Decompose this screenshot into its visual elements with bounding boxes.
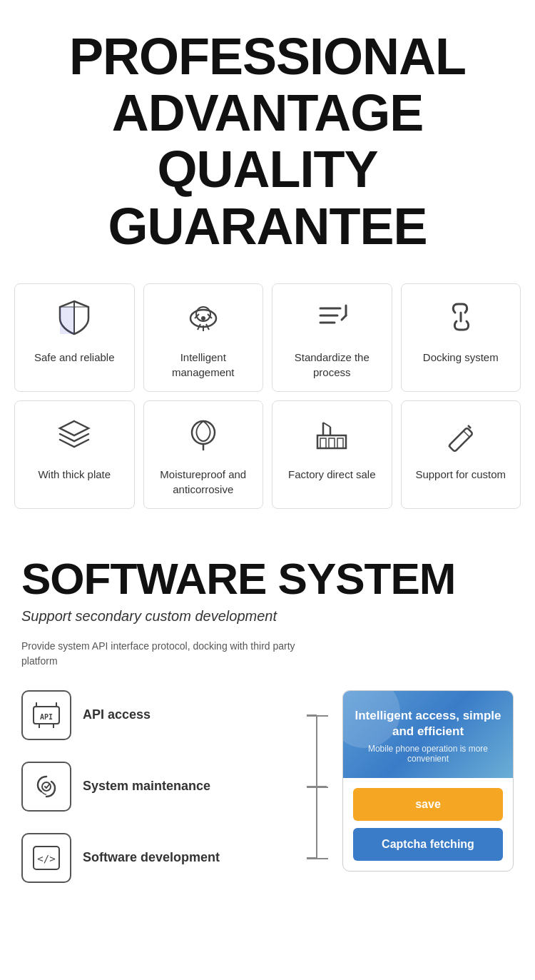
save-button[interactable]: save bbox=[353, 788, 503, 821]
maintenance-item: System maintenance bbox=[21, 762, 307, 812]
shield-icon bbox=[56, 298, 93, 341]
svg-rect-0 bbox=[60, 307, 74, 334]
software-subtitle: Support secondary custom development bbox=[21, 608, 514, 625]
feature-row-2: With thick plate Moistureproof and antic… bbox=[14, 400, 521, 509]
software-desc: Provide system API interface protocol, d… bbox=[21, 639, 307, 669]
panel-header: Intelligent access, simple and efficient… bbox=[343, 691, 513, 778]
feature-thick-plate-label: With thick plate bbox=[38, 467, 111, 482]
svg-rect-24 bbox=[449, 428, 473, 452]
software-content: API API access bbox=[21, 690, 514, 883]
leaf-icon bbox=[185, 415, 222, 458]
captcha-button[interactable]: Captcha fetching bbox=[353, 828, 503, 861]
feature-standardize-label: Standardize the process bbox=[280, 350, 384, 380]
feature-intelligent-label: Intelligent management bbox=[151, 350, 256, 380]
feature-factory-label: Factory direct sale bbox=[288, 467, 376, 482]
maintenance-label: System maintenance bbox=[83, 778, 210, 794]
header-section: PROFESSIONAL ADVANTAGE QUALITY GUARANTEE bbox=[0, 0, 535, 276]
svg-rect-19 bbox=[329, 438, 335, 448]
feature-support-custom-label: Support for custom bbox=[415, 467, 506, 482]
right-panel: Intelligent access, simple and efficient… bbox=[342, 690, 514, 872]
main-title: PROFESSIONAL ADVANTAGE QUALITY GUARANTEE bbox=[14, 29, 521, 255]
panel-header-title: Intelligent access, simple and efficient bbox=[355, 708, 501, 739]
feature-support-custom: Support for custom bbox=[401, 400, 521, 509]
svg-rect-17 bbox=[317, 435, 346, 448]
svg-text:API: API bbox=[40, 713, 53, 721]
layers-icon bbox=[56, 415, 93, 458]
panel-header-sub: Mobile phone operation is more convenien… bbox=[355, 744, 501, 764]
software-title: SOFTWARE SYSTEM bbox=[21, 553, 514, 604]
maintenance-icon bbox=[21, 762, 71, 812]
feature-docking-label: Docking system bbox=[423, 350, 499, 365]
task-icon bbox=[313, 298, 350, 341]
api-item: API API access bbox=[21, 690, 307, 740]
feature-moistureproof-label: Moistureproof and anticorrosive bbox=[151, 467, 256, 497]
feature-section: Safe and reliable Intelligent management bbox=[0, 276, 535, 532]
api-icon: API bbox=[21, 690, 71, 740]
link-icon bbox=[442, 298, 479, 341]
svg-rect-20 bbox=[337, 438, 343, 448]
svg-text:</>: </> bbox=[37, 853, 55, 864]
dev-item: </> Software development bbox=[21, 833, 307, 883]
svg-rect-18 bbox=[320, 438, 326, 448]
api-label: API access bbox=[83, 707, 151, 723]
pencil-icon bbox=[442, 415, 479, 458]
code-icon: </> bbox=[21, 833, 71, 883]
svg-point-5 bbox=[201, 316, 205, 320]
software-section: SOFTWARE SYSTEM Support secondary custom… bbox=[0, 532, 535, 897]
feature-safe-reliable: Safe and reliable bbox=[14, 283, 135, 392]
svg-line-25 bbox=[464, 431, 469, 437]
feature-row-1: Safe and reliable Intelligent management bbox=[14, 283, 521, 392]
feature-docking: Docking system bbox=[401, 283, 521, 392]
factory-icon bbox=[313, 415, 350, 458]
feature-safe-reliable-label: Safe and reliable bbox=[34, 350, 115, 365]
feature-thick-plate: With thick plate bbox=[14, 400, 135, 509]
feature-intelligent-mgmt: Intelligent management bbox=[143, 283, 264, 392]
svg-point-32 bbox=[42, 782, 51, 791]
feature-standardize: Standardize the process bbox=[272, 283, 392, 392]
software-items-col: API API access bbox=[21, 690, 307, 883]
feature-moistureproof: Moistureproof and anticorrosive bbox=[143, 400, 264, 509]
dev-label: Software development bbox=[83, 849, 220, 866]
svg-line-23 bbox=[323, 423, 330, 427]
panel-body: save Captcha fetching bbox=[343, 778, 513, 871]
cloud-icon bbox=[185, 298, 222, 341]
feature-factory-direct: Factory direct sale bbox=[272, 400, 392, 509]
